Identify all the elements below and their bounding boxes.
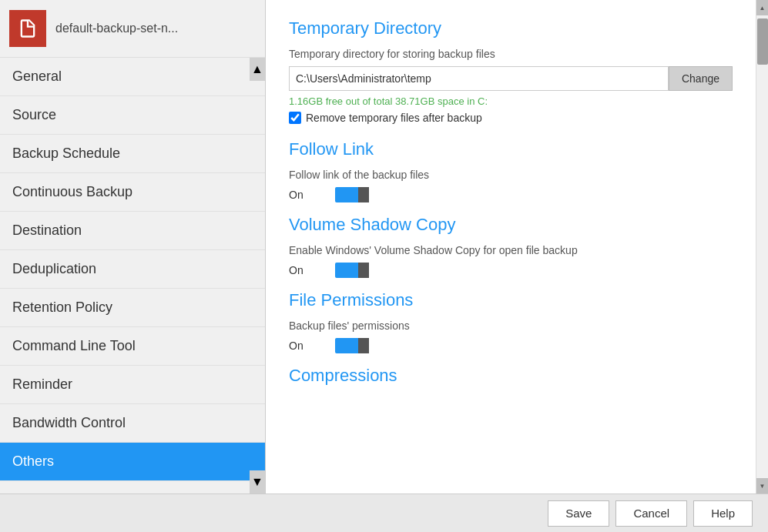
help-button[interactable]: Help [693,500,753,527]
scrollbar: ▲ ▼ [756,0,768,494]
volume-shadow-copy-toggle-label: On [289,264,335,276]
sidebar-item-command-line-tool[interactable]: Command Line Tool [0,327,265,366]
scroll-up-btn[interactable]: ▲ [756,0,769,15]
volume-shadow-copy-label: Enable Windows' Volume Shadow Copy for o… [289,244,733,256]
sidebar-item-destination[interactable]: Destination [0,212,265,250]
sidebar-nav: GeneralSourceBackup ScheduleContinuous B… [0,58,265,481]
follow-link-toggle[interactable] [335,187,369,202]
file-permissions-title: File Permissions [289,290,733,310]
follow-link-toggle-label: On [289,189,335,201]
cancel-button[interactable]: Cancel [615,500,687,527]
follow-link-title: Follow Link [289,139,733,159]
remove-temp-files-checkbox[interactable] [289,112,301,124]
scroll-down-btn[interactable]: ▼ [756,478,769,494]
compressions-section: Compressions [289,366,733,386]
scroll-thumb[interactable] [757,18,768,65]
sidebar-item-reminder[interactable]: Reminder [0,366,265,404]
sidebar-item-source[interactable]: Source [0,96,265,135]
remove-temp-files-row: Remove temporary files after backup [289,112,733,124]
file-permissions-label: Backup files' permissions [289,320,733,332]
sidebar-item-deduplication[interactable]: Deduplication [0,250,265,289]
free-space-text: 1.16GB free out of total 38.71GB space i… [289,95,733,107]
temporary-directory-section: Temporary Directory Temporary directory … [289,18,733,124]
volume-shadow-copy-toggle[interactable] [335,263,369,278]
file-permissions-section: File Permissions Backup files' permissio… [289,290,733,353]
sidebar-scroll-down-btn[interactable]: ▼ [250,470,265,494]
sidebar-item-continuous-backup[interactable]: Continuous Backup [0,173,265,212]
remove-temp-files-label: Remove temporary files after backup [306,112,482,124]
temporary-directory-label: Temporary directory for storing backup f… [289,48,733,60]
sidebar-scroll-up-btn[interactable]: ▲ [250,58,265,81]
volume-shadow-copy-title: Volume Shadow Copy [289,215,733,235]
sidebar-item-backup-schedule[interactable]: Backup Schedule [0,135,265,173]
file-permissions-toggle-row: On [289,338,733,353]
chevron-down-icon: ▼ [251,475,263,489]
compressions-title: Compressions [289,366,733,386]
sidebar: default-backup-set-n... GeneralSourceBac… [0,0,266,494]
footer: Save Cancel Help [0,494,768,532]
volume-shadow-copy-toggle-row: On [289,263,733,278]
sidebar-item-bandwidth-control[interactable]: Bandwidth Control [0,404,265,443]
sidebar-header: default-backup-set-n... [0,0,265,58]
follow-link-toggle-row: On [289,187,733,202]
volume-shadow-copy-section: Volume Shadow Copy Enable Windows' Volum… [289,215,733,278]
sidebar-item-others[interactable]: Others [0,443,265,481]
follow-link-section: Follow Link Follow link of the backup fi… [289,139,733,202]
save-button[interactable]: Save [548,500,609,527]
main-content: Temporary Directory Temporary directory … [266,0,756,494]
temp-dir-input[interactable] [289,66,669,91]
sidebar-item-retention-policy[interactable]: Retention Policy [0,289,265,327]
file-permissions-toggle[interactable] [335,338,369,353]
file-permissions-toggle-label: On [289,340,335,352]
temporary-directory-title: Temporary Directory [289,18,733,38]
follow-link-label: Follow link of the backup files [289,169,733,181]
chevron-up-icon: ▲ [251,62,263,76]
change-button[interactable]: Change [669,66,733,91]
sidebar-item-general[interactable]: General [0,58,265,96]
file-icon [9,10,46,47]
backup-set-title: default-backup-set-n... [55,22,178,35]
